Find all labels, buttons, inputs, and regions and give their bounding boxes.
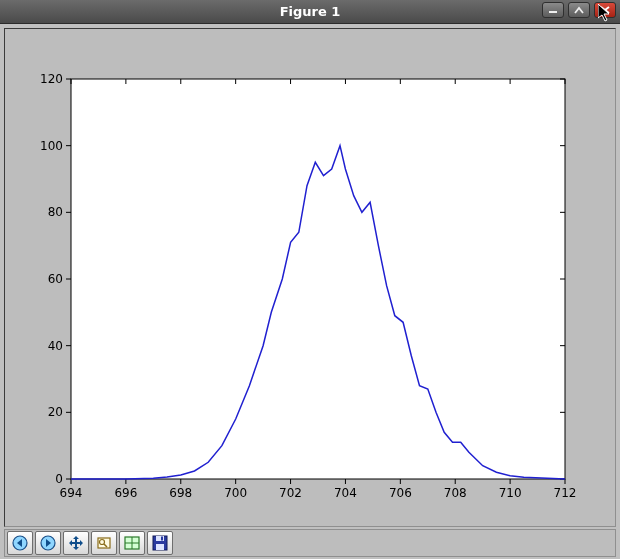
- zoom-rect-icon: [94, 533, 114, 553]
- y-tick-label: 20: [48, 405, 63, 419]
- window-title: Figure 1: [280, 4, 341, 19]
- close-icon: [599, 5, 611, 15]
- y-tick-label: 60: [48, 272, 63, 286]
- x-tick-label: 710: [499, 486, 522, 500]
- plot-svg: 6946966987007027047067087107120204060801…: [5, 29, 615, 524]
- arrow-right-icon: [38, 533, 58, 553]
- save-icon: [150, 533, 170, 553]
- close-button[interactable]: [594, 2, 616, 18]
- arrow-left-icon: [10, 533, 30, 553]
- figure-window: Figure 1 6946966987007027047067087107120…: [0, 0, 620, 559]
- nav-forward-button[interactable]: [35, 531, 61, 555]
- subplots-icon: [122, 533, 142, 553]
- move-icon: [66, 533, 86, 553]
- svg-rect-14: [156, 544, 164, 550]
- x-tick-label: 712: [554, 486, 577, 500]
- y-tick-label: 100: [40, 139, 63, 153]
- x-tick-label: 708: [444, 486, 467, 500]
- window-controls: [542, 2, 616, 18]
- axes-background: [71, 79, 565, 479]
- y-tick-label: 0: [55, 472, 63, 486]
- x-tick-label: 696: [114, 486, 137, 500]
- save-button[interactable]: [147, 531, 173, 555]
- x-tick-label: 704: [334, 486, 357, 500]
- y-tick-label: 120: [40, 72, 63, 86]
- zoom-button[interactable]: [91, 531, 117, 555]
- figure-canvas[interactable]: 6946966987007027047067087107120204060801…: [4, 28, 616, 527]
- y-tick-label: 80: [48, 205, 63, 219]
- x-tick-label: 698: [169, 486, 192, 500]
- maximize-icon: [573, 5, 585, 15]
- pan-button[interactable]: [63, 531, 89, 555]
- x-tick-label: 706: [389, 486, 412, 500]
- nav-back-button[interactable]: [7, 531, 33, 555]
- y-tick-label: 40: [48, 339, 63, 353]
- matplotlib-toolbar: [4, 529, 616, 557]
- x-tick-label: 700: [224, 486, 247, 500]
- minimize-button[interactable]: [542, 2, 564, 18]
- svg-rect-15: [161, 537, 163, 541]
- subplots-button[interactable]: [119, 531, 145, 555]
- maximize-button[interactable]: [568, 2, 590, 18]
- x-tick-label: 702: [279, 486, 302, 500]
- titlebar[interactable]: Figure 1: [0, 0, 620, 24]
- minimize-icon: [547, 5, 559, 15]
- x-tick-label: 694: [60, 486, 83, 500]
